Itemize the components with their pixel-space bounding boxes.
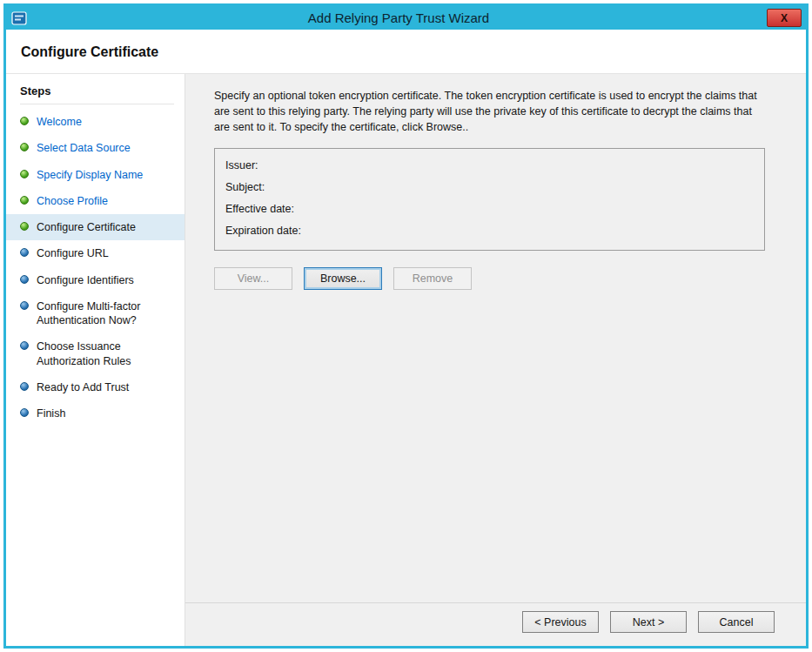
wizard-footer: < Previous Next > Cancel	[185, 602, 806, 646]
cert-field-label: Issuer:	[225, 159, 258, 171]
wizard-icon	[11, 10, 30, 26]
step-label: Configure Identifiers	[37, 273, 134, 287]
page-header: Configure Certificate	[6, 30, 806, 74]
sidebar-step-configure-certificate: Configure Certificate	[6, 214, 185, 240]
remove-button: Remove	[393, 267, 472, 290]
next-button[interactable]: Next >	[610, 611, 687, 633]
certificate-actions: View... Browse... Remove	[214, 267, 771, 290]
step-label: Choose Issuance Authorization Rules	[37, 339, 176, 368]
sidebar-step-configure-mfa: Configure Multi-factor Authentication No…	[6, 293, 185, 334]
cert-field-issuer: Issuer:	[225, 155, 754, 177]
step-pending-dot-icon	[20, 301, 29, 310]
sidebar-step-select-data-source[interactable]: Select Data Source	[6, 135, 185, 161]
page-title: Configure Certificate	[21, 44, 791, 60]
step-label: Finish	[37, 407, 65, 420]
sidebar-step-finish: Finish	[6, 400, 185, 427]
previous-button[interactable]: < Previous	[522, 611, 599, 633]
sidebar-step-ready-to-add-trust: Ready to Add Trust	[6, 374, 185, 400]
main-content: Specify an optional token encryption cer…	[185, 74, 806, 602]
certificate-details-box: Issuer: Subject: Effective date: Expirat…	[214, 148, 765, 251]
titlebar[interactable]: Add Relying Party Trust Wizard X	[6, 6, 806, 30]
step-pending-dot-icon	[20, 341, 29, 350]
cert-field-label: Subject:	[225, 181, 265, 193]
step-completed-dot-icon	[20, 196, 29, 205]
step-label: Specify Display Name	[37, 168, 143, 182]
cert-field-label: Effective date:	[225, 203, 294, 215]
main-panel: Specify an optional token encryption cer…	[185, 74, 806, 646]
view-button: View...	[214, 267, 292, 290]
step-completed-dot-icon	[20, 143, 29, 151]
step-pending-dot-icon	[20, 248, 29, 257]
step-label: Configure Multi-factor Authentication No…	[37, 299, 176, 328]
sidebar-step-welcome[interactable]: Welcome	[6, 109, 185, 135]
step-pending-dot-icon	[20, 382, 29, 391]
sidebar-step-choose-profile[interactable]: Choose Profile	[6, 188, 185, 214]
step-label: Choose Profile	[37, 194, 108, 208]
sidebar-step-configure-url: Configure URL	[6, 240, 185, 266]
cert-field-subject: Subject:	[225, 177, 754, 198]
cert-field-effective-date: Effective date:	[225, 198, 754, 220]
sidebar-step-choose-issuance-rules: Choose Issuance Authorization Rules	[6, 333, 185, 374]
sidebar-step-specify-display-name[interactable]: Specify Display Name	[6, 162, 185, 188]
step-label: Configure Certificate	[37, 220, 136, 234]
steps-heading: Steps	[20, 81, 174, 104]
steps-list: WelcomeSelect Data SourceSpecify Display…	[6, 109, 185, 427]
wizard-body: Steps WelcomeSelect Data SourceSpecify D…	[6, 74, 806, 646]
cert-field-label: Expiration date:	[225, 225, 301, 237]
page-description: Specify an optional token encryption cer…	[214, 89, 765, 135]
step-label: Welcome	[37, 115, 82, 129]
step-label: Configure URL	[37, 246, 109, 260]
step-completed-dot-icon	[20, 222, 29, 231]
step-completed-dot-icon	[20, 170, 29, 178]
wizard-window: Add Relying Party Trust Wizard X Configu…	[3, 3, 809, 649]
step-completed-dot-icon	[20, 117, 29, 125]
window-title: Add Relying Party Trust Wizard	[30, 10, 767, 25]
close-button[interactable]: X	[767, 9, 802, 27]
step-pending-dot-icon	[20, 275, 29, 284]
step-label: Ready to Add Trust	[37, 380, 129, 394]
step-label: Select Data Source	[37, 141, 131, 155]
step-pending-dot-icon	[20, 408, 29, 417]
steps-sidebar: Steps WelcomeSelect Data SourceSpecify D…	[6, 74, 185, 646]
cancel-button[interactable]: Cancel	[698, 611, 775, 633]
sidebar-step-configure-identifiers: Configure Identifiers	[6, 267, 185, 293]
cert-field-expiration-date: Expiration date:	[225, 220, 754, 242]
browse-button[interactable]: Browse...	[304, 267, 382, 290]
